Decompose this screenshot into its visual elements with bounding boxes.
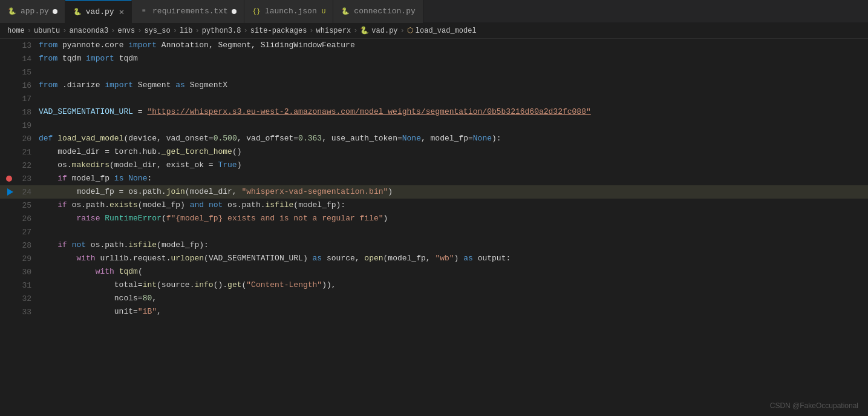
code-line-24[interactable]: 24 model_fp = os.path.join(model_dir, "w… xyxy=(0,185,868,199)
breadcrumb-whisperx[interactable]: whisperx xyxy=(316,27,351,35)
tab-requirements-txt[interactable]: ≡ requirements.txt xyxy=(132,0,244,23)
line-gutter-28: 28 xyxy=(0,241,36,250)
tab-icon-app-py: 🐍 xyxy=(7,7,17,16)
breadcrumb-python38[interactable]: python3.8 xyxy=(202,27,241,35)
tab-icon-requirements-txt: ≡ xyxy=(139,7,149,16)
line-gutter-31: 31 xyxy=(0,281,36,290)
code-line-18[interactable]: 18VAD_SEGMENTATION_URL = "https://whispe… xyxy=(0,105,868,119)
line-number-13: 13 xyxy=(16,41,31,50)
code-line-32[interactable]: 32 ncols=80, xyxy=(0,292,868,305)
line-number-28: 28 xyxy=(16,241,31,250)
line-gutter-14: 14 xyxy=(0,54,36,64)
tab-icon-vad-py: 🐍 xyxy=(73,7,82,16)
line-gutter-33: 33 xyxy=(0,308,36,317)
breadcrumb-ubuntu[interactable]: ubuntu xyxy=(34,27,60,35)
line-number-15: 15 xyxy=(16,68,31,77)
watermark: CSDN @FakeOccupational xyxy=(770,401,858,410)
code-line-28[interactable]: 28 if not os.path.isfile(model_fp): xyxy=(0,239,868,252)
code-line-31[interactable]: 31 total=int(source.info().get("Content-… xyxy=(0,279,868,292)
line-number-31: 31 xyxy=(16,281,31,290)
debug-arrow-icon xyxy=(7,188,13,196)
breadcrumb-sys-so[interactable]: sys_so xyxy=(144,27,170,35)
line-content-23: if model_fp is None: xyxy=(36,172,868,185)
line-gutter-21: 21 xyxy=(0,148,36,157)
line-gutter-32: 32 xyxy=(0,294,36,303)
code-line-33[interactable]: 33 unit="iB", xyxy=(0,305,868,319)
line-gutter-26: 26 xyxy=(0,214,36,223)
breadcrumb-function[interactable]: load_vad_model xyxy=(416,27,477,35)
line-content-22: os.makedirs(model_dir, exist_ok = True) xyxy=(36,159,868,172)
tab-app-py[interactable]: 🐍 app.py xyxy=(0,0,65,23)
code-line-26[interactable]: 26 raise RuntimeError(f"{model_fp} exist… xyxy=(0,212,868,225)
code-line-13[interactable]: 13from pyannote.core import Annotation, … xyxy=(0,39,868,52)
line-content-29: with urllib.request.urlopen(VAD_SEGMENTA… xyxy=(36,252,868,265)
line-number-29: 29 xyxy=(16,254,31,263)
tab-label-launch-json: launch.json xyxy=(265,7,317,16)
tab-vad-py[interactable]: 🐍 vad.py ✕ xyxy=(65,0,132,23)
tab-label-app-py: app.py xyxy=(21,7,49,16)
code-line-23[interactable]: 23 if model_fp is None: xyxy=(0,172,868,185)
line-content-17 xyxy=(36,92,868,105)
code-line-14[interactable]: 14from tqdm import tqdm xyxy=(0,52,868,65)
breadcrumb-anaconda3[interactable]: anaconda3 xyxy=(69,27,108,35)
line-content-32: ncols=80, xyxy=(36,292,868,305)
editor: 13from pyannote.core import Annotation, … xyxy=(0,39,868,416)
line-gutter-18: 18 xyxy=(0,108,36,117)
line-content-26: raise RuntimeError(f"{model_fp} exists a… xyxy=(36,212,868,225)
line-gutter-25: 25 xyxy=(0,201,36,210)
line-number-26: 26 xyxy=(16,214,31,223)
line-content-25: if os.path.exists(model_fp) and not os.p… xyxy=(36,199,868,212)
tab-bar: 🐍 app.py 🐍 vad.py ✕ ≡ requirements.txt {… xyxy=(0,0,868,23)
line-gutter-19: 19 xyxy=(0,121,36,130)
line-content-16: from .diarize import Segment as SegmentX xyxy=(36,79,868,92)
line-content-21: model_dir = torch.hub._get_torch_home() xyxy=(36,145,868,159)
tab-modified-requirements-txt xyxy=(232,9,237,14)
code-line-22[interactable]: 22 os.makedirs(model_dir, exist_ok = Tru… xyxy=(0,159,868,172)
breadcrumb-vad-py[interactable]: vad.py xyxy=(371,27,397,35)
code-line-21[interactable]: 21 model_dir = torch.hub._get_torch_home… xyxy=(0,145,868,159)
line-number-22: 22 xyxy=(16,161,31,170)
line-number-20: 20 xyxy=(16,134,31,144)
code-line-30[interactable]: 30 with tqdm( xyxy=(0,265,868,279)
code-line-29[interactable]: 29 with urllib.request.urlopen(VAD_SEGME… xyxy=(0,252,868,265)
code-line-25[interactable]: 25 if os.path.exists(model_fp) and not o… xyxy=(0,199,868,212)
tab-icon-connection-py: 🐍 xyxy=(341,7,350,16)
line-content-27 xyxy=(36,225,868,239)
code-line-16[interactable]: 16from .diarize import Segment as Segmen… xyxy=(0,79,868,92)
breadcrumb-lib[interactable]: lib xyxy=(180,27,193,35)
code-line-17[interactable]: 17 xyxy=(0,92,868,105)
code-container[interactable]: 13from pyannote.core import Annotation, … xyxy=(0,39,868,416)
line-number-33: 33 xyxy=(16,308,31,317)
breadcrumb-envs[interactable]: envs xyxy=(117,27,135,35)
breadcrumb-file-icon: 🐍 xyxy=(360,26,369,35)
line-content-18: VAD_SEGMENTATION_URL = "https://whisperx… xyxy=(36,105,868,119)
code-line-27[interactable]: 27 xyxy=(0,225,868,239)
line-content-28: if not os.path.isfile(model_fp): xyxy=(36,239,868,252)
line-number-14: 14 xyxy=(16,54,31,64)
line-content-31: total=int(source.info().get("Content-Len… xyxy=(36,279,868,292)
line-number-16: 16 xyxy=(16,81,31,90)
tab-label-connection-py: connection.py xyxy=(354,7,415,16)
line-content-19 xyxy=(36,119,868,132)
line-gutter-20: 20 xyxy=(0,134,36,144)
line-number-19: 19 xyxy=(16,121,31,130)
line-gutter-16: 16 xyxy=(0,81,36,90)
line-gutter-30: 30 xyxy=(0,268,36,277)
code-line-19[interactable]: 19 xyxy=(0,119,868,132)
line-number-23: 23 xyxy=(16,174,31,183)
breadcrumb-site-packages[interactable]: site-packages xyxy=(250,27,307,35)
tab-label-vad-py: vad.py xyxy=(86,7,114,16)
line-number-17: 17 xyxy=(16,94,31,104)
code-line-20[interactable]: 20def load_vad_model(device, vad_onset=0… xyxy=(0,132,868,145)
line-gutter-29: 29 xyxy=(0,254,36,263)
tab-connection-py[interactable]: 🐍 connection.py xyxy=(333,0,423,23)
line-content-24: model_fp = os.path.join(model_dir, "whis… xyxy=(36,185,868,199)
code-line-15[interactable]: 15 xyxy=(0,65,868,79)
line-content-20: def load_vad_model(device, vad_onset=0.5… xyxy=(36,132,868,145)
tab-launch-json[interactable]: {} launch.json U xyxy=(244,0,333,23)
line-gutter-15: 15 xyxy=(0,68,36,77)
tab-close-vad-py[interactable]: ✕ xyxy=(119,7,124,17)
line-gutter-13: 13 xyxy=(0,41,36,50)
breadcrumb-symbol-icon: ⬡ xyxy=(407,26,413,35)
breadcrumb-home[interactable]: home xyxy=(7,27,25,35)
